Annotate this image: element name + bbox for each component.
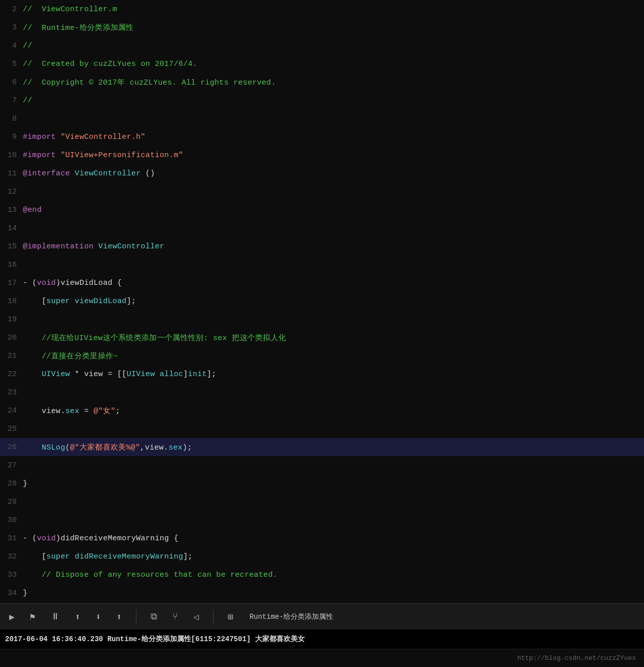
code-line-5: 5 // Created by cuzZLYues on 2017/6/4. bbox=[0, 55, 644, 73]
toolbar-flag-icon[interactable]: ⚑ bbox=[27, 609, 39, 624]
code-line-10: 10 #import "UIView+Personification.m" bbox=[0, 146, 644, 164]
toolbar-grid-icon[interactable]: ⊞ bbox=[225, 609, 236, 624]
code-line-33: 33 // Dispose of any resources that can … bbox=[0, 566, 644, 584]
toolbar-pause-icon[interactable]: ⏸ bbox=[48, 609, 63, 624]
code-line-29: 29 bbox=[0, 493, 644, 511]
toolbar-divider-2 bbox=[213, 610, 213, 624]
code-line-14: 14 bbox=[0, 219, 644, 237]
toolbar-step-over-icon[interactable]: ⬆ bbox=[72, 609, 84, 624]
toolbar-step-in-icon[interactable]: ⬇ bbox=[93, 609, 104, 624]
toolbar-split-icon[interactable]: ⧉ bbox=[148, 610, 160, 624]
code-line-25: 25 bbox=[0, 420, 644, 438]
code-line-7: 7 // bbox=[0, 91, 644, 109]
code-line-30: 30 bbox=[0, 511, 644, 529]
status-bar: 2017-06-04 16:36:40.230 Runtime-给分类添加属性[… bbox=[0, 629, 644, 649]
code-line-2: 2 // ViewController.m bbox=[0, 0, 644, 18]
toolbar: ▶ ⚑ ⏸ ⬆ ⬇ ⬆ ⧉ ⑂ ◁ ⊞ Runtime-给分类添加属性 bbox=[0, 603, 644, 629]
code-line-21: 21 //直接在分类里操作~ bbox=[0, 347, 644, 365]
toolbar-branch-icon[interactable]: ⑂ bbox=[169, 610, 181, 624]
toolbar-step-out-icon[interactable]: ⬆ bbox=[113, 609, 125, 624]
code-line-20: 20 //现在给UIView这个系统类添加一个属性性别: sex 把这个类拟人化 bbox=[0, 328, 644, 347]
code-line-3: 3 // Runtime-给分类添加属性 bbox=[0, 18, 644, 36]
code-line-32: 32 [super didReceiveMemoryWarning]; bbox=[0, 547, 644, 566]
code-line-19: 19 bbox=[0, 310, 644, 328]
code-line-6: 6 // Copyright © 2017年 cuzZLYues. All ri… bbox=[0, 73, 644, 91]
code-line-26: 26 NSLog(@"大家都喜欢美%@",view.sex); bbox=[0, 438, 644, 456]
code-line-34: 34 } bbox=[0, 584, 644, 602]
code-editor: 2 // ViewController.m 3 // Runtime-给分类添加… bbox=[0, 0, 644, 603]
code-line-31: 31 - (void)didReceiveMemoryWarning { bbox=[0, 529, 644, 547]
code-line-12: 12 bbox=[0, 182, 644, 201]
code-line-23: 23 bbox=[0, 383, 644, 401]
code-line-24: 24 view.sex = @"女"; bbox=[0, 401, 644, 420]
toolbar-title: Runtime-给分类添加属性 bbox=[249, 612, 333, 621]
code-line-22: 22 UIView * view = [[UIView alloc]init]; bbox=[0, 365, 644, 383]
code-line-4: 4 // bbox=[0, 36, 644, 55]
code-line-9: 9 #import "ViewController.h" bbox=[0, 128, 644, 146]
bottom-link: http://blog.csdn.net/cuzzZYues bbox=[517, 654, 636, 662]
code-line-18: 18 [super viewDidLoad]; bbox=[0, 292, 644, 310]
code-line-27: 27 bbox=[0, 456, 644, 474]
code-line-13: 13 @end bbox=[0, 201, 644, 219]
code-line-28: 28 } bbox=[0, 474, 644, 493]
code-line-17: 17 - (void)viewDidLoad { bbox=[0, 274, 644, 292]
bottom-bar: http://blog.csdn.net/cuzzZYues bbox=[0, 649, 644, 667]
code-line-8: 8 bbox=[0, 109, 644, 128]
code-line-11: 11 @interface ViewController () bbox=[0, 164, 644, 182]
toolbar-play-icon[interactable]: ▶ bbox=[6, 609, 18, 624]
status-text: 2017-06-04 16:36:40.230 Runtime-给分类添加属性[… bbox=[5, 635, 305, 644]
toolbar-send-icon[interactable]: ◁ bbox=[190, 609, 202, 624]
code-line-15: 15 @implementation ViewController bbox=[0, 237, 644, 255]
toolbar-divider-1 bbox=[136, 610, 136, 624]
code-line-16: 16 bbox=[0, 255, 644, 274]
